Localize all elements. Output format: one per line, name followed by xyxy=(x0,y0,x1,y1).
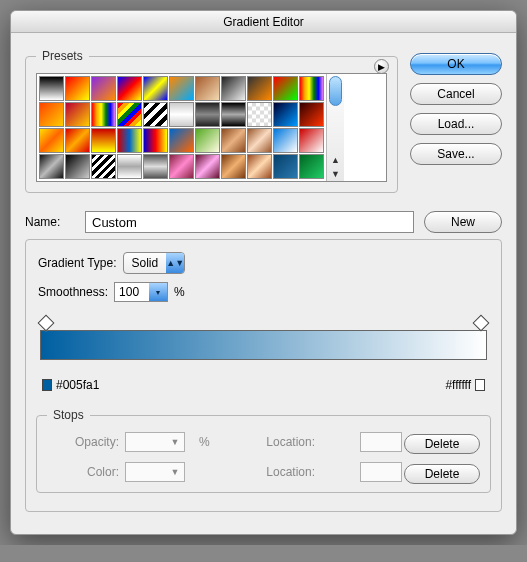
swatches xyxy=(37,74,326,181)
gradient-type-value: Solid xyxy=(124,256,167,270)
gradient-type-label: Gradient Type: xyxy=(38,256,117,270)
preset-swatch[interactable] xyxy=(299,128,324,153)
load-button[interactable]: Load... xyxy=(410,113,502,135)
color-input[interactable]: ▼ xyxy=(125,462,185,482)
presets-scrollbar[interactable]: ▲ ▼ xyxy=(326,74,344,181)
preset-swatch[interactable] xyxy=(169,128,194,153)
smoothness-value[interactable] xyxy=(115,283,149,301)
preset-swatch[interactable] xyxy=(39,128,64,153)
preset-swatch[interactable] xyxy=(195,102,220,127)
preset-swatch[interactable] xyxy=(299,76,324,101)
gradient-type-select[interactable]: Solid ▲▼ xyxy=(123,252,186,274)
preset-swatch[interactable] xyxy=(299,154,324,179)
window-title: Gradient Editor xyxy=(11,11,516,33)
preset-swatch[interactable] xyxy=(117,76,142,101)
new-button[interactable]: New xyxy=(424,211,502,233)
opacity-location-input[interactable] xyxy=(360,432,402,452)
preset-swatch[interactable] xyxy=(247,128,272,153)
preset-swatch[interactable] xyxy=(195,76,220,101)
presets-grid: ▲ ▼ xyxy=(36,73,387,182)
preset-swatch[interactable] xyxy=(117,128,142,153)
opacity-label: Opacity: xyxy=(47,435,125,449)
smoothness-input[interactable]: ▼ xyxy=(114,282,168,302)
preset-swatch[interactable] xyxy=(221,154,246,179)
name-label: Name: xyxy=(25,215,75,229)
color-label: Color: xyxy=(47,465,125,479)
opacity-unit: % xyxy=(195,435,257,449)
opacity-input[interactable]: ▼ xyxy=(125,432,185,452)
preset-swatch[interactable] xyxy=(65,154,90,179)
preset-swatch[interactable] xyxy=(65,102,90,127)
preset-swatch[interactable] xyxy=(221,128,246,153)
scroll-down-icon[interactable]: ▼ xyxy=(327,167,344,181)
ok-button[interactable]: OK xyxy=(410,53,502,75)
scroll-up-icon[interactable]: ▲ xyxy=(327,153,344,167)
preset-swatch[interactable] xyxy=(143,154,168,179)
preset-swatch[interactable] xyxy=(299,102,324,127)
gradient-preview-bar[interactable] xyxy=(40,330,487,360)
preset-swatch[interactable] xyxy=(221,102,246,127)
preset-swatch[interactable] xyxy=(273,102,298,127)
preset-swatch[interactable] xyxy=(91,154,116,179)
preset-swatch[interactable] xyxy=(39,102,64,127)
preset-swatch[interactable] xyxy=(91,76,116,101)
preset-swatch[interactable] xyxy=(65,128,90,153)
dropdown-icon: ▼ xyxy=(166,463,184,481)
name-input[interactable] xyxy=(85,211,414,233)
location-label: Location: xyxy=(266,435,321,449)
color-stop-right-icon[interactable] xyxy=(475,379,485,391)
preset-swatch[interactable] xyxy=(195,128,220,153)
preset-swatch[interactable] xyxy=(221,76,246,101)
preset-swatch[interactable] xyxy=(39,154,64,179)
preset-swatch[interactable] xyxy=(65,76,90,101)
preset-swatch[interactable] xyxy=(169,102,194,127)
cancel-button[interactable]: Cancel xyxy=(410,83,502,105)
preset-swatch[interactable] xyxy=(169,154,194,179)
preset-swatch[interactable] xyxy=(195,154,220,179)
dropdown-icon: ▼ xyxy=(166,433,184,451)
stops-fieldset: Stops Opacity: ▼ % Location: % xyxy=(36,408,491,493)
opacity-stop-right[interactable] xyxy=(473,315,490,332)
updown-icon: ▲▼ xyxy=(166,253,184,273)
presets-legend: Presets xyxy=(36,49,89,63)
preset-swatch[interactable] xyxy=(91,102,116,127)
gradient-editor-window: Gradient Editor Presets ▶ xyxy=(10,10,517,535)
location-label: Location: xyxy=(266,465,321,479)
preset-swatch[interactable] xyxy=(169,76,194,101)
preset-swatch[interactable] xyxy=(143,76,168,101)
stops-legend: Stops xyxy=(47,408,90,422)
preset-swatch[interactable] xyxy=(91,128,116,153)
gradient-settings-fieldset: Gradient Type: Solid ▲▼ Smoothness: ▼ % xyxy=(25,239,502,512)
opacity-stop-left[interactable] xyxy=(38,315,55,332)
preset-swatch[interactable] xyxy=(247,102,272,127)
smoothness-label: Smoothness: xyxy=(38,285,108,299)
preset-swatch[interactable] xyxy=(247,76,272,101)
smoothness-unit: % xyxy=(174,285,185,299)
left-color-label: #005fa1 xyxy=(56,378,99,392)
preset-swatch[interactable] xyxy=(273,154,298,179)
delete-opacity-stop-button[interactable]: Delete xyxy=(404,434,480,454)
preset-swatch[interactable] xyxy=(117,154,142,179)
color-location-input[interactable] xyxy=(360,462,402,482)
delete-color-stop-button[interactable]: Delete xyxy=(404,464,480,484)
color-stop-left-icon[interactable] xyxy=(42,379,52,391)
preset-swatch[interactable] xyxy=(247,154,272,179)
preset-swatch[interactable] xyxy=(39,76,64,101)
right-color-label: #ffffff xyxy=(445,378,471,392)
preset-swatch[interactable] xyxy=(117,102,142,127)
presets-fieldset: Presets ▶ xyxy=(25,49,398,193)
preset-swatch[interactable] xyxy=(143,102,168,127)
preset-swatch[interactable] xyxy=(273,128,298,153)
scroll-thumb[interactable] xyxy=(329,76,342,106)
preset-swatch[interactable] xyxy=(143,128,168,153)
save-button[interactable]: Save... xyxy=(410,143,502,165)
preset-swatch[interactable] xyxy=(273,76,298,101)
dropdown-icon[interactable]: ▼ xyxy=(149,283,167,301)
presets-flyout-icon[interactable]: ▶ xyxy=(374,59,389,74)
